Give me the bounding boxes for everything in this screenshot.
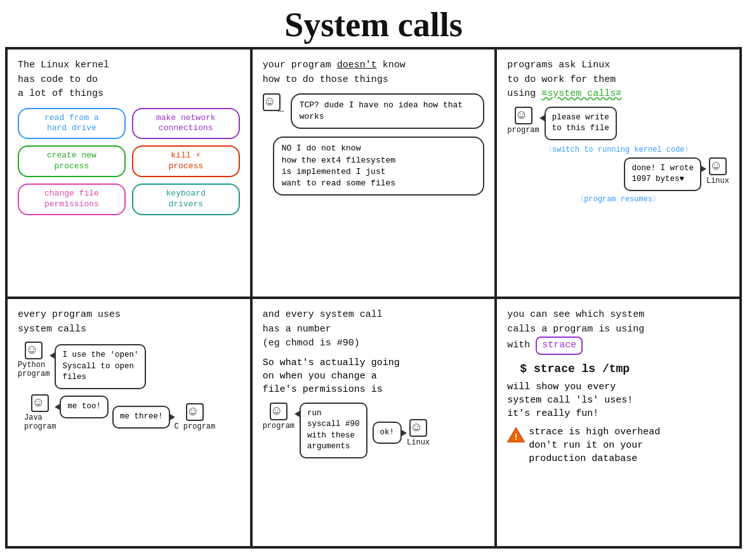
label-linux-c5: Linux bbox=[407, 438, 430, 447]
grid-container: The Linux kernel has code to do a lot of… bbox=[5, 47, 742, 549]
bubble-kill: kill ⚡process bbox=[132, 145, 240, 177]
bubble-read-hard-drive: read from ahard drive bbox=[18, 108, 126, 140]
bubble-process: create newprocess bbox=[18, 145, 126, 177]
cell-1: The Linux kernel has code to do a lot of… bbox=[6, 48, 251, 298]
strace-command: $ strace ls /tmp bbox=[520, 363, 729, 375]
cell2-heading: your program doesn't knowhow to do those… bbox=[263, 58, 485, 87]
cell-4: every program uses system calls Pythonpr… bbox=[6, 298, 251, 547]
thought-bubble-2: NO I do not knowhow the ext4 filesystemi… bbox=[273, 137, 485, 196]
label-program-c5: program bbox=[263, 422, 294, 430]
cell1-heading: The Linux kernel has code to do a lot of… bbox=[18, 58, 240, 102]
syscall-highlight: ≡system calls≡ bbox=[541, 88, 621, 99]
speech-me-three: me three! bbox=[112, 406, 171, 429]
cell1-bubbles: read from ahard drive make networkconnec… bbox=[18, 108, 240, 215]
label-java: Javaprogram bbox=[24, 413, 56, 431]
face-icon-program-c3 bbox=[515, 107, 532, 124]
label-linux-c3: Linux bbox=[706, 177, 729, 185]
label-program-c3: program bbox=[507, 126, 539, 135]
face-icon-program-c5 bbox=[270, 403, 288, 420]
thought-bubble-1: … TCP? dude I have no idea how that work… bbox=[291, 93, 485, 129]
bubble-network: make networkconnections bbox=[132, 108, 240, 140]
switch-text: 〈switch to running kernel code〉 bbox=[507, 144, 729, 155]
resume-text: 〈program resumes〉 bbox=[507, 194, 729, 204]
face-icon-python bbox=[25, 342, 43, 359]
bubble-keyboard: keyboarddrivers bbox=[132, 183, 240, 215]
page-title: System calls bbox=[0, 0, 747, 47]
face-icon-linux-c5 bbox=[409, 419, 427, 437]
speech-ok: ok! bbox=[373, 422, 402, 444]
cell5-body: So what's actually goingon when you chan… bbox=[263, 356, 485, 396]
warning-triangle-icon: ! bbox=[507, 427, 525, 448]
cell6-heading: you can see which systemcalls a program … bbox=[507, 308, 729, 355]
label-python: Pythonprogram bbox=[18, 361, 50, 378]
cell6-warning: ! strace is high overheaddon't run it on… bbox=[507, 425, 729, 465]
face-icon-java bbox=[31, 394, 49, 412]
label-c: C program bbox=[174, 422, 215, 431]
speech-me-too: me too! bbox=[60, 396, 109, 418]
svg-text:!: ! bbox=[513, 432, 519, 443]
bubble-permissions: change filepermissions bbox=[18, 183, 126, 215]
cell6-body1: will show you everysystem call 'ls' uses… bbox=[507, 380, 729, 420]
cell3-heading: programs ask Linuxto do work for themusi… bbox=[507, 58, 729, 102]
cell-6: you can see which systemcalls a program … bbox=[496, 298, 741, 547]
cell4-heading: every program uses system calls bbox=[18, 308, 240, 337]
cell-5: and every system call has a number (eg c… bbox=[251, 298, 496, 547]
cell-3: programs ask Linuxto do work for themusi… bbox=[496, 48, 741, 298]
speech-run-syscall: runsyscall #90with thesearguments bbox=[300, 403, 367, 458]
face-icon-c bbox=[186, 403, 204, 421]
strace-label: strace bbox=[536, 337, 583, 355]
speech-please-write: please writeto this file bbox=[545, 107, 617, 140]
speech-done: done! I wrote1097 bytes♥ bbox=[624, 157, 701, 191]
cell-2: your program doesn't knowhow to do those… bbox=[251, 48, 496, 298]
cell5-heading: and every system call has a number (eg c… bbox=[263, 308, 485, 351]
face-icon-linux-c3 bbox=[709, 157, 727, 175]
speech-open-syscall: I use the 'open'Syscall to openfiles bbox=[55, 344, 146, 389]
